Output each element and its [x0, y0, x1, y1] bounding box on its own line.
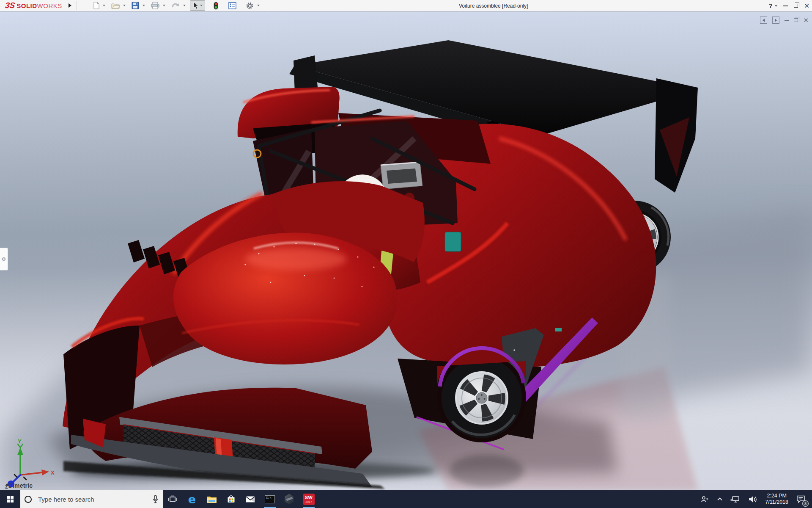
- rear-left-wheel: [437, 347, 526, 442]
- document-minimize-button[interactable]: [785, 20, 789, 21]
- help-caret[interactable]: [775, 5, 777, 7]
- document-restore-button[interactable]: [794, 18, 798, 22]
- search-input[interactable]: [37, 495, 152, 503]
- selection-filter-icon: [214, 2, 218, 10]
- taskbar-command-prompt-button[interactable]: C:\: [260, 490, 280, 508]
- solidworks-logo-mark: 3S: [4, 1, 15, 10]
- title-bar: 3S SOLID WORKS: [0, 0, 812, 11]
- save-button[interactable]: [130, 0, 141, 11]
- people-icon: [700, 496, 709, 503]
- taskbar-mail-button[interactable]: [241, 490, 260, 508]
- close-button[interactable]: ✕: [804, 3, 809, 9]
- system-tray: 2:24 PM 7/11/2018 3: [697, 490, 812, 508]
- edge-icon: e: [188, 494, 196, 505]
- triad-y-label: Y: [18, 438, 22, 444]
- options-gear-icon: [246, 2, 254, 10]
- pane-right-icon: [775, 19, 777, 22]
- selection-filter-button[interactable]: [212, 0, 220, 11]
- display-pane-button[interactable]: [227, 1, 238, 11]
- save-icon: [132, 2, 139, 9]
- save-caret[interactable]: [143, 5, 145, 6]
- reference-triad: X Y Z: [3, 438, 58, 489]
- task-view-button[interactable]: [163, 490, 182, 508]
- print-icon: [151, 2, 159, 9]
- open-button[interactable]: [110, 1, 121, 11]
- main-toolbar: [91, 0, 263, 11]
- solidworks-2017-icon: SW 2017: [303, 494, 315, 505]
- taskbar-3d-viewer-button[interactable]: [280, 490, 299, 508]
- select-cursor-icon: [192, 2, 198, 9]
- open-icon: [111, 2, 120, 9]
- display-pane-icon: [228, 2, 236, 9]
- open-caret[interactable]: [123, 5, 126, 6]
- undo-caret[interactable]: [183, 5, 186, 6]
- graphics-area[interactable]: ✕ X Y Z *Dimetric: [0, 11, 812, 490]
- pane-left-icon: [763, 19, 765, 22]
- print-caret[interactable]: [163, 5, 165, 6]
- windows-logo-icon: [7, 496, 14, 502]
- help-button[interactable]: ?: [769, 3, 773, 9]
- volume-button[interactable]: [744, 490, 761, 508]
- action-center-button[interactable]: 3: [793, 490, 809, 508]
- select-tool-caret[interactable]: [200, 5, 203, 6]
- solidworks-logo: 3S SOLID WORKS: [0, 1, 62, 10]
- new-document-button[interactable]: [91, 0, 101, 11]
- taskbar-search[interactable]: [20, 490, 163, 508]
- 3d-viewer-icon: [285, 494, 294, 505]
- command-prompt-icon: C:\: [265, 495, 275, 503]
- task-view-icon: [167, 495, 178, 503]
- race-car-model: [0, 11, 812, 490]
- taskbar-edge-button[interactable]: e: [182, 490, 202, 508]
- taskbar-solidworks-button[interactable]: SW 2017: [299, 490, 318, 508]
- new-document-caret[interactable]: [103, 5, 105, 6]
- flyout-arrow-icon: [69, 3, 71, 8]
- collapse-pane-right-button[interactable]: [772, 17, 779, 24]
- windows-taskbar: e C:\: [0, 490, 812, 508]
- new-document-icon: [93, 2, 99, 9]
- options-caret[interactable]: [257, 5, 260, 6]
- undo-button[interactable]: [170, 1, 181, 10]
- window-title: Voiture assomblee [Read-only]: [459, 0, 528, 11]
- chevron-up-icon: [717, 497, 723, 501]
- undo-icon: [171, 2, 180, 9]
- document-close-button[interactable]: ✕: [803, 17, 809, 23]
- options-button[interactable]: [244, 0, 255, 11]
- taskbar-clock[interactable]: 2:24 PM 7/11/2018: [761, 493, 793, 505]
- mail-icon: [245, 496, 255, 503]
- network-status-button[interactable]: [727, 490, 744, 508]
- microphone-icon[interactable]: [152, 495, 159, 504]
- minimize-button[interactable]: [783, 6, 788, 6]
- menu-flyout-button[interactable]: [66, 1, 74, 10]
- select-tool-button[interactable]: [190, 0, 205, 11]
- speaker-icon: [748, 496, 757, 503]
- view-orientation-label: *Dimetric: [6, 482, 33, 489]
- file-explorer-icon: [206, 495, 217, 503]
- restore-button[interactable]: [794, 4, 798, 8]
- start-button[interactable]: [0, 490, 20, 508]
- document-window-controls: ✕: [760, 17, 809, 24]
- taskbar-apps: e C:\: [163, 490, 318, 508]
- notification-badge: 3: [802, 500, 809, 507]
- ethernet-network-icon: [730, 496, 741, 503]
- tray-overflow-button[interactable]: [713, 490, 727, 508]
- taskbar-store-button[interactable]: [221, 490, 241, 508]
- print-button[interactable]: [149, 0, 161, 11]
- tree-tab-icon: [2, 257, 5, 261]
- people-button[interactable]: [697, 490, 713, 508]
- taskbar-file-explorer-button[interactable]: [202, 490, 221, 508]
- clock-time: 2:24 PM: [767, 493, 787, 499]
- collapse-pane-left-button[interactable]: [760, 17, 767, 24]
- feature-tree-collapsed-tab[interactable]: [0, 248, 8, 271]
- cortana-icon: [25, 496, 32, 503]
- clock-date: 7/11/2018: [765, 499, 788, 505]
- toolbar-separator: [77, 1, 77, 10]
- triad-x-label: X: [51, 469, 55, 476]
- store-icon: [227, 495, 236, 503]
